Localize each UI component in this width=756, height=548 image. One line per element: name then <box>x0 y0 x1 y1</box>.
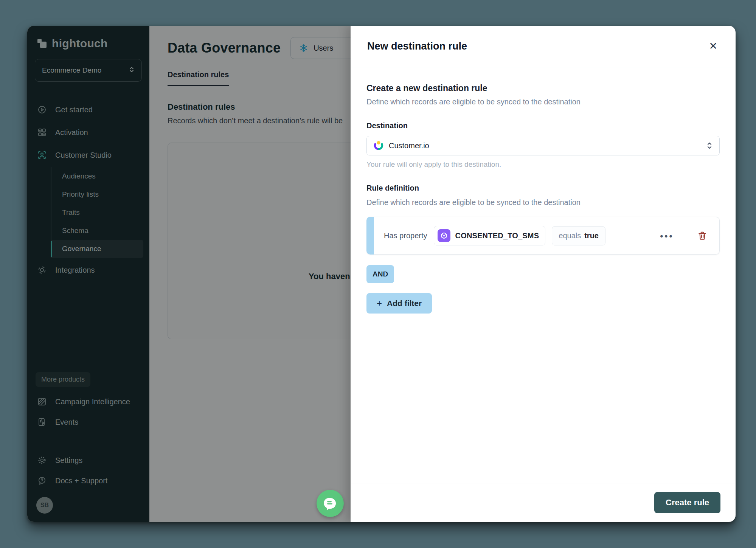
property-name: CONSENTED_TO_SMS <box>455 231 539 240</box>
customerio-logo-icon <box>374 141 383 151</box>
drawer-footer: Create rule <box>351 483 736 522</box>
close-icon[interactable]: ✕ <box>707 40 719 53</box>
form-title: Create a new destination rule <box>366 83 720 93</box>
more-options-icon[interactable]: ●●● <box>658 232 676 239</box>
operator-chip[interactable]: equals true <box>552 226 605 245</box>
chat-bubble-icon <box>323 496 338 511</box>
rule-definition-label: Rule definition <box>366 184 720 192</box>
drawer-body: Create a new destination rule Define whi… <box>351 67 736 483</box>
destination-select[interactable]: Customer.io <box>366 136 720 155</box>
add-filter-label: Add filter <box>387 299 422 308</box>
rule-condition-content: Has property CONSENTED_TO_SMS <box>374 217 720 255</box>
plus-icon: + <box>377 299 382 308</box>
operator-value: true <box>584 231 599 240</box>
operator-label: equals <box>559 231 581 240</box>
property-cube-icon <box>438 229 450 242</box>
property-chip[interactable]: CONSENTED_TO_SMS <box>434 226 546 245</box>
rule-condition-row: Has property CONSENTED_TO_SMS <box>366 217 720 255</box>
add-filter-button[interactable]: + Add filter <box>366 293 432 314</box>
form-description: Define which records are eligible to be … <box>366 98 720 106</box>
app-window: hightouch Ecommerce Demo Ge <box>27 26 736 522</box>
new-destination-rule-drawer: New destination rule ✕ Create a new dest… <box>351 26 736 522</box>
chevron-up-down-icon <box>706 141 713 150</box>
screen: hightouch Ecommerce Demo Ge <box>0 0 756 548</box>
trash-icon[interactable] <box>695 230 709 241</box>
drawer-title: New destination rule <box>367 40 467 52</box>
rule-accent-bar <box>366 217 374 255</box>
rule-definition-description: Define which records are eligible to be … <box>366 198 720 207</box>
destination-help-text: Your rule will only apply to this destin… <box>366 160 720 169</box>
condition-prefix: Has property <box>384 231 427 240</box>
and-operator-chip[interactable]: AND <box>366 265 394 283</box>
create-rule-button[interactable]: Create rule <box>654 492 720 513</box>
chat-launcher-button[interactable] <box>317 490 344 517</box>
destination-label: Destination <box>366 121 720 130</box>
destination-value: Customer.io <box>389 141 429 150</box>
drawer-header: New destination rule ✕ <box>351 26 736 67</box>
